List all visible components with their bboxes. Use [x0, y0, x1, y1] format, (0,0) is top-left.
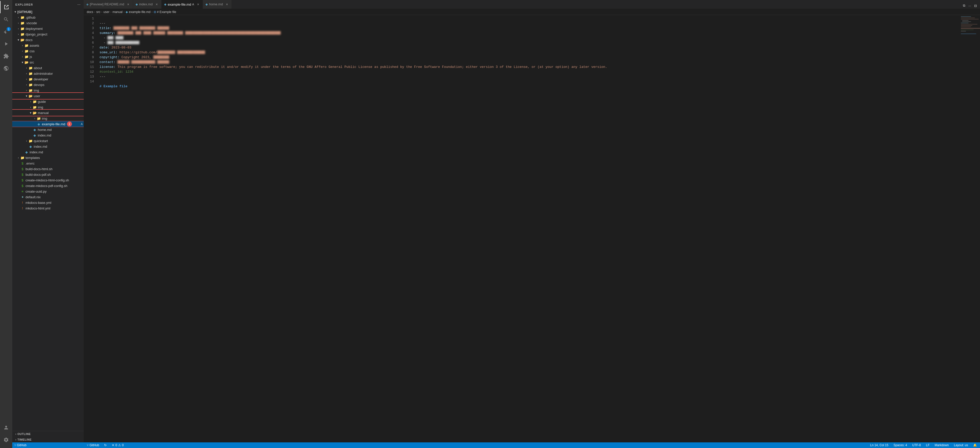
- app-body: 1 Explorer ···: [0, 0, 980, 448]
- sidebar-item-vscode[interactable]: › 📁 .vscode: [12, 20, 84, 26]
- tab-index-md-close[interactable]: ×: [155, 2, 159, 6]
- sidebar-item-src-img[interactable]: › 📁 img: [12, 87, 84, 93]
- status-notification[interactable]: 🔔: [972, 443, 978, 447]
- sidebar-item-mkdocs-base[interactable]: ! mkdocs-base.yml: [12, 200, 84, 205]
- explorer-activity-icon[interactable]: [0, 1, 12, 13]
- sidebar-item-src-index-md[interactable]: ◆ index.md: [12, 144, 84, 149]
- sidebar-item-django[interactable]: › 📁 django_project: [12, 32, 84, 37]
- src-img-label: img: [34, 89, 39, 92]
- envrc-label: .envrc: [25, 162, 35, 165]
- sidebar-item-devops[interactable]: › 📁 devops: [12, 82, 84, 87]
- status-errors[interactable]: ✕ 0 ⚠ 0: [111, 443, 124, 447]
- tab-preview-readme-close[interactable]: ×: [126, 2, 130, 6]
- sidebar-content[interactable]: ▼ [GITHUB] › 📁 .github › 📁 .vscode › 📁 d…: [12, 9, 84, 431]
- sidebar-item-create-uuid[interactable]: ≡ create-uuid.py: [12, 189, 84, 194]
- tab-index-md[interactable]: ◆ index.md ×: [133, 0, 162, 9]
- sidebar-item-envrc[interactable]: $ .envrc: [12, 160, 84, 166]
- sidebar-item-user-img[interactable]: › 📁 img: [12, 104, 84, 110]
- sidebar-item-default-nix[interactable]: ✦ default.nix: [12, 194, 84, 200]
- sidebar-item-create-mkdocs-html[interactable]: $ create-mkdocs-html-config.sh: [12, 177, 84, 183]
- django-label: django_project: [25, 32, 47, 36]
- status-encoding[interactable]: UTF-8: [911, 443, 922, 447]
- sidebar-item-docs-index-md[interactable]: ◆ index.md: [12, 149, 84, 155]
- tab-example-close[interactable]: ×: [196, 2, 200, 6]
- docs-index-icon: ◆: [24, 150, 29, 154]
- status-sync[interactable]: ↻: [103, 443, 108, 447]
- docs-label: docs: [25, 38, 32, 42]
- sidebar-item-css[interactable]: › 📁 css: [12, 48, 84, 54]
- search-activity-icon[interactable]: [0, 13, 12, 25]
- sidebar-item-about[interactable]: › 📁 about: [12, 65, 84, 71]
- user-img-chevron: ›: [29, 105, 33, 109]
- github-status-bar[interactable]: ⑂ GitHub: [12, 442, 84, 448]
- uuid-spacer: [16, 189, 21, 193]
- sidebar-item-mkdocs-html[interactable]: ! mkdocs-html.yml: [12, 205, 84, 211]
- quickstart-label: quickstart: [34, 139, 48, 143]
- home-md-spacer: [29, 127, 33, 132]
- mkdocs-base-spacer: [16, 200, 21, 205]
- tab-bar-actions: ⧉ ··· ⊟: [962, 3, 980, 9]
- docs-index-spacer: [21, 150, 24, 154]
- run-activity-icon[interactable]: [0, 38, 12, 50]
- status-eol-label: LF: [926, 443, 929, 447]
- status-position[interactable]: Ln 14, Col 15: [869, 443, 889, 447]
- editor-text[interactable]: --- title: ████████ ███ ████████ ██████ …: [97, 15, 959, 442]
- manual-label: manual: [38, 111, 49, 115]
- sidebar-item-example-file[interactable]: ◆ example-file.md 1 A: [12, 121, 84, 127]
- bc-user[interactable]: user: [103, 10, 109, 14]
- sidebar-item-developer[interactable]: › 📁 developer: [12, 76, 84, 82]
- tab-home-md[interactable]: ◆ home.md ×: [203, 0, 232, 9]
- editor-main[interactable]: 1 2 3 4 5 6 7 8 9 10 11 12 13 14 --- tit…: [84, 15, 980, 442]
- sidebar-item-build-docs-pdf[interactable]: $ build-docs-pdf.sh: [12, 172, 84, 177]
- timeline-panel-header[interactable]: › Timeline: [12, 437, 84, 442]
- bc-file-icon: ◆: [126, 10, 128, 14]
- sidebar-item-manual-index-md[interactable]: ◆ index.md: [12, 132, 84, 138]
- sidebar-item-create-mkdocs-pdf[interactable]: $ create-mkdocs-pdf-config.sh: [12, 183, 84, 189]
- tab-home-close[interactable]: ×: [225, 2, 229, 6]
- more-actions-icon[interactable]: ···: [967, 3, 972, 9]
- sidebar-item-deployment[interactable]: › 📁 deployment: [12, 26, 84, 32]
- remote-activity-icon[interactable]: [0, 62, 12, 75]
- status-language[interactable]: Markdown: [934, 443, 950, 447]
- mkdocs-html-icon: !: [21, 206, 24, 210]
- sidebar-item-administrator[interactable]: › 📁 administrator: [12, 71, 84, 76]
- sidebar-item-build-docs-html[interactable]: $ build-docs-html.sh: [12, 166, 84, 172]
- sidebar-item-js[interactable]: › 📁 js: [12, 54, 84, 59]
- sidebar-more-icon[interactable]: ···: [78, 3, 81, 6]
- bc-symbol[interactable]: ⊞ # Example file: [154, 10, 177, 14]
- source-control-activity-icon[interactable]: 1: [0, 25, 12, 38]
- sidebar-item-github[interactable]: › 📁 .github: [12, 14, 84, 20]
- tab-preview-readme[interactable]: ◈ [Preview] README.md ×: [84, 0, 133, 9]
- bc-src[interactable]: src: [96, 10, 100, 14]
- status-layout[interactable]: Layout: us: [953, 443, 969, 447]
- settings-activity-icon[interactable]: [0, 434, 12, 446]
- sidebar-item-user[interactable]: ▼ 📂 user: [12, 93, 84, 99]
- sidebar-item-assets[interactable]: › 📁 assets: [12, 43, 84, 48]
- js-label: js: [30, 55, 32, 59]
- account-activity-icon[interactable]: [0, 421, 12, 434]
- templates-chevron: ›: [16, 156, 21, 160]
- status-spaces[interactable]: Spaces: 4: [892, 443, 908, 447]
- tab-example-label: example-file.md: [168, 3, 191, 6]
- sidebar-item-quickstart[interactable]: › 📁 quickstart: [12, 138, 84, 144]
- outline-panel-header[interactable]: › Outline: [12, 431, 84, 437]
- sidebar-item-guide[interactable]: › 📁 guide: [12, 99, 84, 104]
- sidebar-item-manual[interactable]: ▼ 📂 manual: [12, 110, 84, 116]
- split-editor-icon[interactable]: ⧉: [962, 3, 966, 9]
- extensions-activity-icon[interactable]: [0, 50, 12, 62]
- sidebar-item-docs[interactable]: ▼ 📂 docs: [12, 37, 84, 43]
- sidebar-item-home-md[interactable]: ◆ home.md: [12, 127, 84, 132]
- sidebar-item-manual-img[interactable]: › 📁 img: [12, 116, 84, 121]
- layout-icon[interactable]: ⊟: [973, 3, 978, 9]
- assets-folder-icon: 📁: [24, 43, 29, 48]
- bc-file[interactable]: example-file.md: [129, 10, 151, 14]
- sidebar-item-templates[interactable]: › 📁 templates: [12, 155, 84, 160]
- sidebar-item-src[interactable]: ▼ 📂 src: [12, 59, 84, 65]
- status-github[interactable]: ⑂ GitHub: [86, 443, 100, 447]
- create-html-spacer: [16, 178, 21, 182]
- status-eol[interactable]: LF: [925, 443, 931, 447]
- bc-manual[interactable]: manual: [113, 10, 123, 14]
- tree-root[interactable]: ▼ [GITHUB]: [12, 9, 84, 14]
- tab-example-file[interactable]: ◆ example-file.md A ×: [162, 0, 203, 9]
- bc-docs[interactable]: docs: [87, 10, 93, 14]
